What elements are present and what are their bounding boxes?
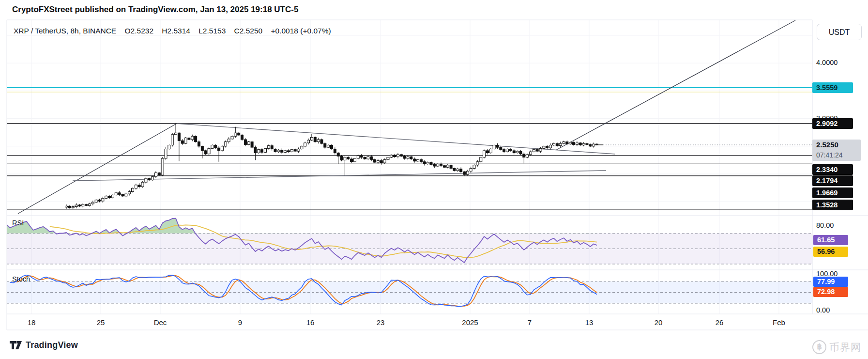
stoch-value-label: 77.99 [813,277,848,287]
legend-close: C2.5250 [234,27,263,35]
tradingview-logo[interactable]: TradingView [10,340,78,350]
rsi-value-label: 61.65 [813,235,848,245]
stoch-pane-label[interactable]: Stoch [12,275,30,283]
steep-breakout-line [556,20,795,150]
tradingview-wordmark: TradingView [26,340,78,350]
time-axis-tick: 2025 [462,318,478,327]
rsi-value-label: 56.96 [813,247,848,257]
price-level-label: 1.3528 [812,200,853,210]
price-level-label: 1.9669 [812,187,853,198]
time-axis-tick: Feb [773,318,785,327]
stoch-value-label: 72.98 [813,287,848,297]
price-level-label: 2.9092 [812,118,853,129]
time-axis-tick: 26 [716,318,724,327]
time-axis-tick: 25 [97,318,105,327]
time-axis-tick: 7 [528,318,532,327]
legend-symbol: XRP / TetherUS, 8h, BINANCE [14,27,116,35]
rsi-axis-tick: 80.00 [816,221,834,229]
chart-canvas[interactable] [0,0,868,359]
price-axis-tick: 4.0000 [816,59,838,66]
coin-badge-icon: ฿ [812,340,826,354]
site-watermark-text: 币界网 [829,341,861,354]
page: CryptoFXStreet published on TradingView.… [0,0,868,359]
time-axis-tick: 20 [655,318,663,327]
currency-toggle-button[interactable]: USDT [817,24,862,40]
time-axis-tick: 16 [306,318,315,327]
legend-low: L2.5153 [198,27,226,35]
price-level-label: 2.3340 [812,164,853,175]
legend-open: O2.5232 [125,27,153,35]
tradingview-mark-icon [10,341,22,349]
price-level-label: 2.1794 [812,175,853,186]
legend-change: +0.0018 (+0.07%) [271,27,331,35]
symbol-legend[interactable]: XRP / TetherUS, 8h, BINANCE O2.5232 H2.5… [14,27,337,35]
time-axis-tick: 9 [238,318,242,327]
site-watermark: ฿ 币界网 [812,340,861,354]
time-axis-tick: Dec [154,318,167,327]
stoch-axis-tick: 0.00 [816,306,830,314]
time-axis-tick: 18 [28,318,36,327]
time-axis-tick: 13 [585,318,594,327]
candles-layer [65,123,598,209]
current-price-label: 2.525007:41:24 [812,140,861,161]
time-axis-tick: 23 [377,318,385,327]
rsi-pane-label[interactable]: RSI [12,219,24,227]
legend-high: H2.5314 [162,27,190,35]
price-level-label: 3.5559 [812,82,853,93]
